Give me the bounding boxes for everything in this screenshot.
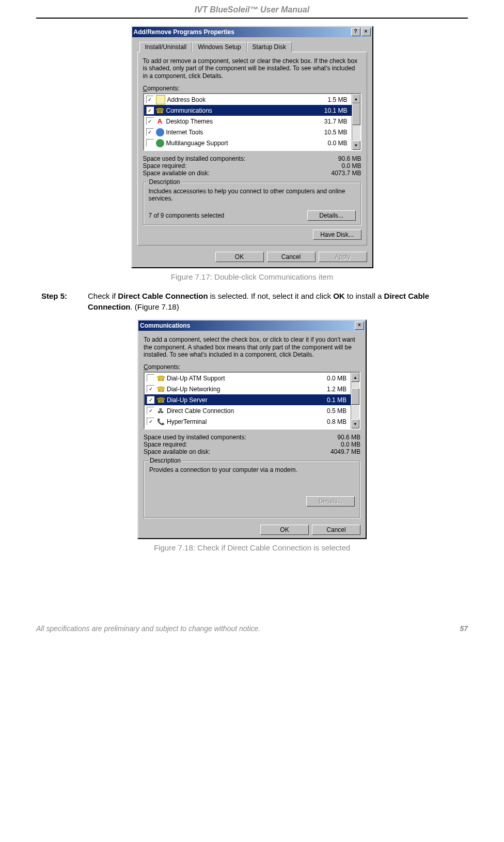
description-text: Includes accessories to help you connect…: [149, 188, 356, 205]
dialup-icon: ☎: [156, 374, 165, 382]
list-item[interactable]: ✓ ☎ Dial-Up Networking 1.2 MB: [145, 384, 351, 394]
step-5: Step 5: Check if Direct Cable Connection…: [41, 290, 468, 312]
list-item[interactable]: ✓ Address Book 1.5 MB: [144, 94, 352, 105]
internettools-icon: [156, 128, 164, 136]
components-label: Components:: [143, 85, 361, 92]
tab-startup-disk[interactable]: Startup Disk: [247, 42, 292, 52]
dialup-icon: ☎: [156, 385, 165, 393]
page-number: 57: [460, 624, 468, 633]
list-item[interactable]: ✓ ☎ Communications 10.1 MB: [144, 105, 352, 116]
window-title: Communications: [140, 322, 354, 329]
step-label: Step 5:: [41, 290, 88, 312]
tab-strip: Install/Uninstall Windows Setup Startup …: [139, 41, 367, 52]
page-footer: All specifications are preliminary and s…: [36, 624, 468, 633]
scroll-down-icon[interactable]: ▼: [351, 419, 359, 428]
ok-button[interactable]: OK: [215, 252, 264, 262]
figure-caption: Figure 7.18: Check if Direct Cable Conne…: [36, 543, 468, 552]
step-text: Check if Direct Cable Connection is sele…: [88, 290, 468, 312]
list-item[interactable]: ✓ A Desktop Themes 31.7 MB: [144, 116, 352, 127]
tab-install-uninstall[interactable]: Install/Uninstall: [139, 42, 193, 52]
hyperterminal-icon: 📞: [156, 418, 165, 426]
ok-button[interactable]: OK: [260, 525, 309, 535]
help-button[interactable]: ?: [351, 28, 360, 36]
multilanguage-icon: [156, 139, 164, 147]
addressbook-icon: [156, 95, 165, 104]
titlebar: Communications ×: [138, 320, 366, 331]
titlebar: Add/Remove Programs Properties ? ×: [132, 27, 372, 37]
intro-text: To add or remove a component, select or …: [143, 57, 361, 80]
desktopthemes-icon: A: [156, 117, 164, 126]
checkbox-icon[interactable]: ✓: [146, 117, 154, 125]
list-item[interactable]: Multilanguage Support 0.0 MB: [144, 137, 352, 148]
list-item[interactable]: ✓ ☎ Dial-Up Server 0.1 MB: [145, 394, 351, 405]
components-listbox[interactable]: ✓ Address Book 1.5 MB ✓ ☎ Communications…: [143, 93, 361, 151]
checkbox-icon[interactable]: ✓: [147, 418, 154, 425]
checkbox-icon[interactable]: ✓: [146, 128, 154, 136]
directcable-icon: 🖧: [156, 407, 165, 415]
communications-icon: ☎: [156, 106, 164, 115]
figure-caption: Figure 7.17: Double-click Communications…: [36, 272, 468, 281]
description-group: Description Includes accessories to help…: [143, 182, 361, 225]
space-stats: Space used by installed components:90.6 …: [144, 434, 360, 455]
checkbox-icon[interactable]: ✓: [147, 396, 154, 404]
checkbox-icon[interactable]: ✓: [147, 385, 154, 393]
header-rule: [36, 18, 468, 19]
group-title: Description: [148, 457, 182, 464]
list-item[interactable]: ✓ 🖧 Direct Cable Connection 0.5 MB: [145, 405, 351, 416]
checkbox-icon[interactable]: ✓: [146, 96, 154, 103]
doc-header: IVT BlueSoleil™ User Manual: [36, 5, 468, 18]
components-listbox[interactable]: ☎ Dial-Up ATM Support 0.0 MB ✓ ☎ Dial-Up…: [144, 372, 360, 430]
cancel-button[interactable]: Cancel: [312, 525, 360, 535]
communications-dialog: Communications × To add a component, sel…: [137, 319, 367, 539]
scroll-thumb[interactable]: [351, 388, 359, 405]
addremove-dialog: Add/Remove Programs Properties ? × Insta…: [131, 26, 373, 268]
details-button: Details...: [306, 496, 355, 507]
window-title: Add/Remove Programs Properties: [134, 28, 350, 36]
checkbox-icon[interactable]: [146, 139, 154, 147]
intro-text: To add a component, select the check box…: [144, 336, 360, 358]
footer-disclaimer: All specifications are preliminary and s…: [36, 624, 260, 633]
description-group: Description Provides a connection to you…: [144, 461, 360, 518]
scroll-up-icon[interactable]: ▲: [352, 94, 360, 103]
scroll-thumb[interactable]: [352, 103, 360, 125]
tab-windows-setup[interactable]: Windows Setup: [192, 42, 246, 52]
close-button[interactable]: ×: [361, 28, 371, 36]
selected-count: 7 of 9 components selected: [149, 212, 307, 219]
dialup-icon: ☎: [156, 396, 165, 404]
scroll-up-icon[interactable]: ▲: [351, 373, 359, 382]
description-text: Provides a connection to your computer v…: [149, 466, 355, 492]
checkbox-icon[interactable]: [147, 374, 154, 382]
list-item[interactable]: ☎ Dial-Up ATM Support 0.0 MB: [145, 373, 351, 384]
checkbox-icon[interactable]: ✓: [146, 106, 154, 114]
scroll-down-icon[interactable]: ▼: [352, 141, 360, 150]
scrollbar[interactable]: ▲ ▼: [352, 94, 360, 150]
have-disk-button[interactable]: Have Disk...: [313, 229, 361, 240]
components-label: Components:: [144, 363, 360, 371]
cancel-button[interactable]: Cancel: [267, 252, 316, 262]
scrollbar[interactable]: ▲ ▼: [351, 373, 359, 428]
space-stats: Space used by installed components:90.6 …: [143, 155, 361, 177]
list-item[interactable]: ✓ 📞 HyperTerminal 0.8 MB: [145, 416, 351, 427]
details-button[interactable]: Details...: [307, 210, 356, 221]
group-title: Description: [148, 178, 182, 186]
close-button[interactable]: ×: [355, 322, 364, 330]
list-item[interactable]: ✓ Internet Tools 10.5 MB: [144, 127, 352, 137]
apply-button[interactable]: Apply: [319, 252, 367, 262]
checkbox-icon[interactable]: ✓: [147, 407, 154, 415]
